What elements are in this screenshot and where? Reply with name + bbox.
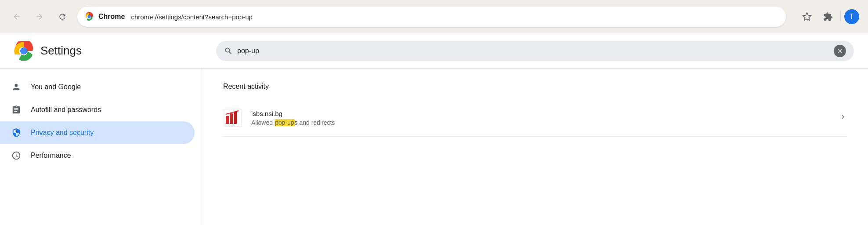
reload-button[interactable]	[54, 9, 70, 25]
url-display: chrome://settings/content?search=pop-up	[131, 13, 779, 21]
description-suffix: s and redirects	[295, 119, 335, 126]
settings-chrome-logo	[14, 41, 33, 61]
sidebar-item-autofill[interactable]: Autofill and passwords	[0, 98, 195, 121]
svg-point-0	[87, 15, 90, 18]
content-area: Recent activity isbs.nsi.bg Allo	[202, 69, 868, 225]
sidebar: You and Google Autofill and passwords Pr…	[0, 69, 202, 225]
address-bar[interactable]: Chrome chrome://settings/content?search=…	[77, 7, 786, 27]
person-icon	[11, 82, 22, 92]
svg-marker-1	[803, 13, 811, 20]
site-favicon	[223, 108, 242, 127]
forward-button[interactable]	[32, 9, 47, 25]
sidebar-item-label: You and Google	[31, 83, 81, 91]
toolbar-icons: T	[798, 8, 859, 25]
sidebar-item-label: Privacy and security	[31, 129, 94, 137]
shield-icon	[11, 128, 22, 138]
sidebar-item-you-and-google[interactable]: You and Google	[0, 76, 195, 98]
sidebar-item-label: Autofill and passwords	[31, 106, 101, 114]
browser-toolbar: Chrome chrome://settings/content?search=…	[0, 0, 868, 33]
highlighted-text: pop-up	[275, 119, 295, 126]
sidebar-item-performance[interactable]: Performance	[0, 144, 195, 167]
settings-header: Settings	[0, 33, 868, 69]
settings-title: Settings	[40, 44, 82, 58]
gauge-icon	[11, 151, 22, 160]
search-bar[interactable]	[216, 41, 854, 61]
bookmark-button[interactable]	[798, 8, 816, 25]
svg-rect-4	[226, 116, 229, 124]
activity-info: isbs.nsi.bg Allowed pop-ups and redirect…	[251, 110, 830, 126]
isbs-nsi-favicon-svg	[223, 108, 242, 127]
description-prefix: Allowed	[251, 119, 275, 126]
activity-item[interactable]: isbs.nsi.bg Allowed pop-ups and redirect…	[223, 99, 847, 137]
search-icon	[224, 47, 233, 55]
search-clear-button[interactable]	[834, 45, 846, 57]
site-domain: isbs.nsi.bg	[251, 110, 830, 117]
recent-activity-title: Recent activity	[223, 83, 847, 91]
sidebar-item-privacy[interactable]: Privacy and security	[0, 121, 195, 144]
svg-rect-5	[230, 113, 233, 124]
chevron-right-icon	[839, 113, 847, 123]
back-button[interactable]	[9, 9, 25, 25]
svg-rect-6	[234, 112, 237, 124]
settings-logo-area: Settings	[14, 41, 216, 61]
sidebar-item-label: Performance	[31, 152, 71, 160]
main-layout: You and Google Autofill and passwords Pr…	[0, 69, 868, 225]
site-description: Allowed pop-ups and redirects	[251, 119, 830, 126]
chrome-icon	[84, 12, 94, 22]
profile-avatar[interactable]: T	[844, 9, 859, 24]
svg-point-2	[20, 47, 27, 54]
app-name-label: Chrome	[98, 13, 125, 21]
clipboard-icon	[11, 105, 22, 115]
toolbar-divider	[840, 11, 841, 23]
search-input[interactable]	[237, 47, 829, 55]
extensions-button[interactable]	[819, 8, 837, 25]
